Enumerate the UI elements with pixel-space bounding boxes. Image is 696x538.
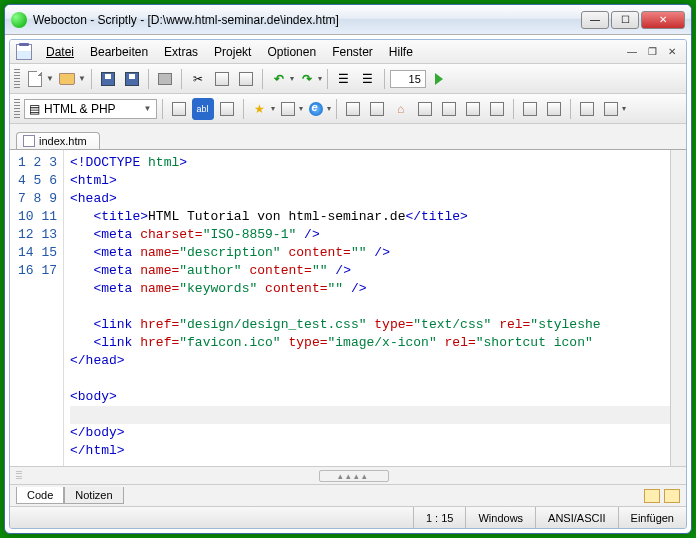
indent-button[interactable]: ☰ [357, 68, 379, 90]
app-window: Webocton - Scriptly - [D:\www.html-semin… [4, 4, 692, 534]
save-button[interactable] [97, 68, 119, 90]
goto-line-button[interactable] [428, 68, 450, 90]
editor-tab-row: index.htm [10, 124, 686, 150]
copy-button[interactable] [211, 68, 233, 90]
open-file-button[interactable] [56, 68, 78, 90]
tab-label: index.htm [39, 135, 87, 147]
redo-dropdown[interactable]: ▾ [318, 74, 322, 83]
tool-button[interactable] [216, 98, 238, 120]
toolbar-main: ▼ ▼ ✂ ↶▾ ↷▾ ☰ ☰ [10, 64, 686, 94]
paste-button[interactable] [235, 68, 257, 90]
undo-button[interactable]: ↶ [268, 68, 290, 90]
toolbar-grip-icon[interactable] [14, 69, 20, 89]
tool-button[interactable] [486, 98, 508, 120]
file-icon [23, 135, 35, 147]
new-file-dropdown[interactable]: ▼ [46, 74, 54, 83]
editor-tab[interactable]: index.htm [16, 132, 100, 149]
undo-dropdown[interactable]: ▾ [290, 74, 294, 83]
mdi-document-icon [16, 44, 32, 60]
menu-bearbeiten[interactable]: Bearbeiten [82, 43, 156, 61]
save-all-button[interactable] [121, 68, 143, 90]
home-button[interactable]: ⌂ [390, 98, 412, 120]
new-file-button[interactable] [24, 68, 46, 90]
statusbar: 1 : 15 Windows ANSI/ASCII Einfügen [10, 506, 686, 528]
window-title: Webocton - Scriptly - [D:\www.html-semin… [33, 13, 581, 27]
horizontal-scroll-area: ⦙⦙⦙ ▴▴▴▴ [10, 466, 686, 484]
mdi-minimize-button[interactable]: — [624, 45, 640, 59]
mdi-restore-button[interactable]: ❐ [644, 45, 660, 59]
tool-button[interactable] [168, 98, 190, 120]
menu-datei[interactable]: Datei [38, 43, 82, 61]
status-encoding: ANSI/ASCII [535, 507, 617, 528]
maximize-button[interactable]: ☐ [611, 11, 639, 29]
menu-fenster[interactable]: Fenster [324, 43, 381, 61]
favorites-button[interactable]: ★ [249, 98, 271, 120]
panel-toggle-button[interactable] [664, 489, 680, 503]
browser-preview-button[interactable] [305, 98, 327, 120]
tool-button[interactable] [438, 98, 460, 120]
cut-button[interactable]: ✂ [187, 68, 209, 90]
code-editor[interactable]: <!DOCTYPE html> <html> <head> <title>HTM… [64, 150, 670, 466]
tool-button[interactable] [519, 98, 541, 120]
menu-extras[interactable]: Extras [156, 43, 206, 61]
tool-button[interactable] [600, 98, 622, 120]
bottom-tab-row: Code Notizen [10, 484, 686, 506]
close-button[interactable]: ✕ [641, 11, 685, 29]
app-icon [11, 12, 27, 28]
panel-toggle-button[interactable] [644, 489, 660, 503]
vertical-scrollbar[interactable] [670, 150, 686, 466]
tool-button[interactable] [342, 98, 364, 120]
toolbar-secondary: ▤ HTML & PHP ▼ abl ★▾ ▾ ▾ ⌂ ▾ [10, 94, 686, 124]
favorites-dropdown[interactable]: ▾ [271, 104, 275, 113]
minimize-button[interactable]: — [581, 11, 609, 29]
menu-optionen[interactable]: Optionen [259, 43, 324, 61]
panel-expand-handle[interactable]: ▴▴▴▴ [319, 470, 389, 482]
bottom-tab-notizen[interactable]: Notizen [64, 487, 123, 504]
tool-button[interactable] [277, 98, 299, 120]
redo-button[interactable]: ↷ [296, 68, 318, 90]
tool-button[interactable] [543, 98, 565, 120]
tool-button[interactable] [366, 98, 388, 120]
menubar: Datei Bearbeiten Extras Projekt Optionen… [10, 40, 686, 64]
language-label: HTML & PHP [44, 102, 116, 116]
toolbar-grip-icon[interactable] [14, 99, 20, 119]
tool-button[interactable] [414, 98, 436, 120]
menu-projekt[interactable]: Projekt [206, 43, 259, 61]
menu-hilfe[interactable]: Hilfe [381, 43, 421, 61]
line-number-gutter: 1 2 3 4 5 6 7 8 9 10 11 12 13 14 15 16 1… [10, 150, 64, 466]
print-button[interactable] [154, 68, 176, 90]
mdi-close-button[interactable]: ✕ [664, 45, 680, 59]
status-insert-mode: Einfügen [618, 507, 686, 528]
tool-button[interactable] [576, 98, 598, 120]
open-file-dropdown[interactable]: ▼ [78, 74, 86, 83]
tool-button[interactable] [462, 98, 484, 120]
status-line-endings: Windows [465, 507, 535, 528]
outdent-button[interactable]: ☰ [333, 68, 355, 90]
editor-area: 1 2 3 4 5 6 7 8 9 10 11 12 13 14 15 16 1… [10, 150, 686, 466]
titlebar[interactable]: Webocton - Scriptly - [D:\www.html-semin… [5, 5, 691, 35]
bottom-tab-code[interactable]: Code [16, 487, 64, 504]
language-selector[interactable]: ▤ HTML & PHP ▼ [24, 99, 157, 119]
goto-line-input[interactable] [390, 70, 426, 88]
tool-button[interactable]: abl [192, 98, 214, 120]
document-icon: ▤ [29, 102, 40, 116]
status-cursor-position: 1 : 15 [413, 507, 466, 528]
